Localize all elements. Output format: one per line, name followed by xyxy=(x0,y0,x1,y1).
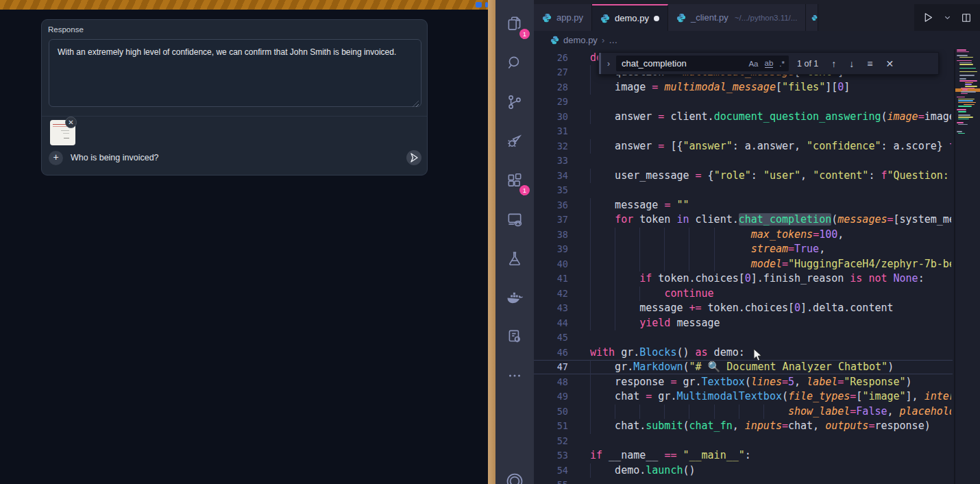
code-line xyxy=(590,330,951,346)
search-icon[interactable] xyxy=(501,49,528,77)
code-line xyxy=(590,154,951,169)
breadcrumb-separator: › xyxy=(602,35,604,45)
file-settings-icon[interactable] xyxy=(501,323,528,350)
code-line: stream=True, xyxy=(590,242,951,257)
code-line xyxy=(590,95,951,110)
code-line: max_tokens=100, xyxy=(590,228,951,243)
find-input[interactable]: chat_completion Aa ab .* xyxy=(616,56,789,71)
more-actions-icon[interactable] xyxy=(501,362,528,389)
python-icon xyxy=(600,14,610,23)
source-control-icon[interactable] xyxy=(501,88,528,116)
code-line: demo.launch() xyxy=(590,463,951,479)
activity-bar: 1 1 xyxy=(495,0,534,484)
mouse-cursor xyxy=(753,348,764,362)
find-previous-button[interactable]: ↑ xyxy=(831,58,836,69)
breadcrumb[interactable]: demo.py › … xyxy=(534,31,980,49)
line-number: 40 xyxy=(534,257,568,272)
line-number: 28 xyxy=(534,80,568,95)
code-line: for token in client.chat_completion(mess… xyxy=(590,213,951,228)
line-number: 51 xyxy=(534,419,568,434)
browser-window: Response With an extremely high level of… xyxy=(0,0,488,484)
run-button[interactable] xyxy=(922,12,934,23)
account-icon[interactable] xyxy=(501,468,528,484)
tab-label: _client.py xyxy=(691,12,728,23)
tab-description: ~/.../python3.11/... xyxy=(735,14,798,22)
chat-input[interactable]: Who is being invoiced? xyxy=(71,153,159,162)
tab-label: demo.py xyxy=(615,13,649,23)
explorer-badge: 1 xyxy=(519,29,530,39)
desktop-wallpaper-strip xyxy=(488,0,495,484)
add-attachment-button[interactable]: + xyxy=(49,151,63,165)
editor-actions xyxy=(914,4,980,31)
code-line: model="HuggingFaceH4/zephyr-7b-beta"): xyxy=(590,257,951,272)
code-line: message = "" xyxy=(590,198,951,213)
code-line: image = multimodal_message["files"][0] xyxy=(590,80,951,95)
find-next-button[interactable]: ↓ xyxy=(849,58,854,69)
code-line: yield message xyxy=(590,316,951,331)
code-line: chat = gr.MultimodalTextbox(file_types=[… xyxy=(590,389,951,404)
extensions-icon[interactable]: 1 xyxy=(501,167,528,194)
response-label: Response xyxy=(48,25,84,34)
code-line: message += token.choices[0].delta.conten… xyxy=(590,301,951,316)
find-widget: › chat_completion Aa ab .* 1 of 1 ↑ ↓ ≡ … xyxy=(598,52,939,75)
tab-client-py[interactable]: _client.py ~/.../python3.11/... xyxy=(668,4,806,31)
response-panel: Response With an extremely high level of… xyxy=(41,19,428,176)
code-line: user_message = {"role": "user", "content… xyxy=(590,169,951,184)
line-number: 29 xyxy=(534,95,568,110)
run-debug-icon[interactable] xyxy=(501,128,528,155)
remote-explorer-icon[interactable] xyxy=(501,206,528,233)
browser-titlebar xyxy=(0,0,488,10)
split-editor-button[interactable] xyxy=(961,12,972,23)
line-number: 43 xyxy=(534,301,568,316)
toggle-replace-chevron-icon[interactable]: › xyxy=(601,59,616,69)
python-icon xyxy=(676,13,686,23)
regex-toggle[interactable]: .* xyxy=(779,60,785,68)
find-query[interactable]: chat_completion xyxy=(622,58,742,69)
panel-divider xyxy=(42,116,427,117)
code-line xyxy=(590,124,951,139)
code-line xyxy=(590,434,951,449)
line-number: 50 xyxy=(534,404,568,420)
send-button[interactable] xyxy=(406,150,421,165)
line-number: 47 xyxy=(534,360,568,375)
line-number: 48 xyxy=(534,375,568,390)
code-line: chat.submit(chat_fn, inputs=chat, output… xyxy=(590,419,951,434)
line-number: 26 xyxy=(534,51,568,66)
code-line: with gr.Blocks() as demo: xyxy=(590,346,951,361)
test-beaker-icon[interactable] xyxy=(501,245,528,272)
find-close-button[interactable]: ✕ xyxy=(885,58,894,69)
code-line: if token.choices[0].finish_reason is not… xyxy=(590,271,951,287)
tab-partial[interactable] xyxy=(806,4,818,31)
extensions-badge: 1 xyxy=(519,185,530,195)
tab-app-py[interactable]: app.py xyxy=(534,4,592,31)
match-case-toggle[interactable]: Aa xyxy=(748,60,758,68)
python-icon xyxy=(542,13,552,23)
code-line xyxy=(590,183,951,198)
code-editor[interactable]: 2627282930313233343536373839404142434445… xyxy=(534,49,980,484)
line-number: 54 xyxy=(534,463,568,479)
breadcrumb-tail[interactable]: … xyxy=(609,35,617,45)
remove-attachment-button[interactable]: ✕ xyxy=(65,117,77,128)
line-number: 30 xyxy=(534,110,568,125)
whole-word-toggle[interactable]: ab xyxy=(765,59,774,68)
modified-dot-icon[interactable] xyxy=(654,16,659,21)
line-number: 46 xyxy=(534,346,568,361)
code-line xyxy=(590,478,951,484)
minimap[interactable] xyxy=(954,49,980,484)
run-dropdown-chevron-icon[interactable] xyxy=(944,14,951,21)
tab-bar: app.py demo.py _client.py ~/.../python3.… xyxy=(534,0,980,31)
explorer-icon[interactable]: 1 xyxy=(501,10,528,38)
line-number: 34 xyxy=(534,169,568,184)
line-number: 44 xyxy=(534,316,568,331)
docker-icon[interactable] xyxy=(501,284,528,311)
vscode-window: 1 1 xyxy=(495,0,980,484)
breadcrumb-file[interactable]: demo.py xyxy=(563,35,598,45)
tab-label: app.py xyxy=(556,12,583,23)
line-number: 41 xyxy=(534,271,568,287)
send-icon xyxy=(410,153,419,162)
line-number: 53 xyxy=(534,448,568,463)
line-number: 37 xyxy=(534,213,568,228)
response-textarea[interactable]: With an extremely high level of confiden… xyxy=(49,39,421,107)
find-in-selection-button[interactable]: ≡ xyxy=(867,58,872,69)
tab-demo-py[interactable]: demo.py xyxy=(592,4,668,31)
